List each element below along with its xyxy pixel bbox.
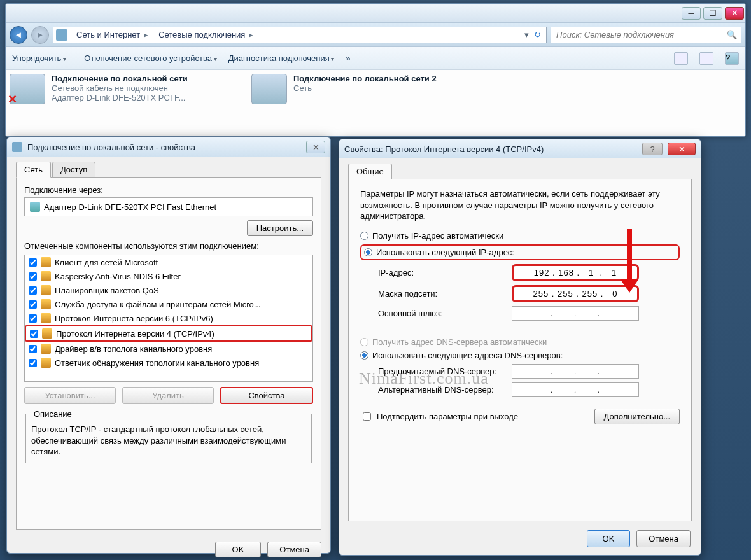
component-label: Драйвер в/в тополога канального уровня	[55, 344, 309, 354]
close-button[interactable]: ✕	[725, 7, 744, 20]
toolbar-diagnostics[interactable]: Диагностика подключения	[228, 53, 335, 63]
dialog-titlebar: Подключение по локальной сети - свойства…	[7, 137, 330, 157]
dialog-titlebar: Свойства: Протокол Интернета версии 4 (T…	[339, 139, 701, 158]
nav-back-button[interactable]: ◄	[10, 26, 27, 44]
subnet-mask-label: Маска подсети:	[378, 289, 512, 298]
cancel-button[interactable]: Отмена	[636, 530, 691, 547]
connection-item[interactable]: Подключение по локальной сети 2 Сеть	[251, 74, 481, 104]
component-checkbox[interactable]	[29, 272, 37, 281]
ok-button[interactable]: OK	[587, 530, 631, 547]
radio-obtain-dns-auto: Получить адрес DNS-сервера автоматически	[360, 337, 680, 347]
gateway-input[interactable]	[512, 306, 639, 321]
tab-network[interactable]: Сеть	[16, 162, 51, 178]
dialog-close-button[interactable]: ✕	[306, 141, 325, 153]
configure-button[interactable]: Настроить...	[247, 220, 313, 236]
advanced-button[interactable]: Дополнительно...	[594, 409, 680, 424]
connect-using-label: Подключение через:	[24, 185, 313, 195]
network-adapter-icon	[10, 74, 45, 104]
annotation-arrow-icon	[620, 229, 639, 299]
connection-title: Подключение по локальной сети 2	[293, 74, 437, 83]
toolbar-organize[interactable]: Упорядочить	[12, 53, 66, 63]
breadcrumb-item[interactable]: Сеть и Интернет	[73, 30, 152, 39]
component-row[interactable]: Протокол Интернета версии 4 (TCP/IPv4)	[25, 325, 312, 342]
remove-button[interactable]: Удалить	[122, 387, 214, 404]
nav-forward-button[interactable]: ►	[31, 26, 49, 44]
toolbar-disable[interactable]: Отключение сетевого устройства	[84, 53, 217, 63]
network-icon	[12, 142, 22, 152]
component-icon	[42, 328, 52, 339]
radio-icon	[360, 351, 368, 360]
ip-address-label: IP-адрес:	[378, 268, 512, 277]
tab-access[interactable]: Доступ	[52, 162, 95, 178]
component-row[interactable]: Kaspersky Anti-Virus NDIS 6 Filter	[25, 269, 312, 283]
pref-dns-input[interactable]	[512, 364, 639, 379]
components-label: Отмеченные компоненты используются этим …	[24, 241, 313, 251]
component-label: Клиент для сетей Microsoft	[55, 258, 309, 267]
connection-adapter: Адаптер D-Link DFE-520TX PCI F...	[52, 93, 188, 102]
search-icon[interactable]: 🔍	[727, 30, 737, 39]
component-checkbox[interactable]	[29, 286, 37, 295]
component-label: Kaspersky Anti-Virus NDIS 6 Filter	[55, 272, 309, 281]
adapter-name: Адаптер D-Link DFE-520TX PCI Fast Ethern…	[44, 202, 216, 212]
search-input[interactable]	[555, 29, 727, 40]
explorer-titlebar: ─ ☐ ✕	[6, 4, 745, 23]
dialog-close-button[interactable]: ✕	[668, 143, 696, 155]
component-checkbox[interactable]	[29, 300, 37, 309]
explorer-content: Подключение по локальной сети Сетевой ка…	[6, 70, 745, 108]
description-group: Описание Протокол TCP/IP - стандартный п…	[25, 409, 312, 463]
component-icon	[41, 257, 51, 267]
radio-use-static-dns[interactable]: Использовать следующие адреса DNS-сервер…	[360, 351, 680, 360]
component-row[interactable]: Драйвер в/в тополога канального уровня	[25, 342, 312, 356]
view-icons-button[interactable]	[674, 52, 688, 65]
validate-on-exit-checkbox[interactable]	[363, 412, 371, 421]
radio-icon	[360, 338, 368, 346]
intro-text: Параметры IP могут назначаться автоматич…	[360, 188, 680, 222]
components-list[interactable]: Клиент для сетей MicrosoftKaspersky Anti…	[24, 255, 313, 382]
alt-dns-input[interactable]	[512, 382, 639, 397]
connection-item[interactable]: Подключение по локальной сети Сетевой ка…	[10, 74, 239, 104]
dropdown-icon[interactable]: ▾	[524, 30, 529, 39]
radio-label: Получить IP-адрес автоматически	[372, 231, 503, 241]
ok-button[interactable]: OK	[215, 542, 262, 557]
explorer-toolbar: Упорядочить Отключение сетевого устройст…	[6, 47, 745, 70]
component-icon	[41, 358, 51, 368]
component-icon	[41, 344, 51, 354]
cancel-button[interactable]: Отмена	[267, 542, 321, 557]
view-details-button[interactable]	[699, 52, 713, 65]
refresh-icon[interactable]: ↻	[534, 30, 541, 39]
address-bar[interactable]: Сеть и Интернет Сетевые подключения ▾ ↻	[53, 27, 547, 43]
explorer-navrow: ◄ ► Сеть и Интернет Сетевые подключения …	[6, 23, 745, 47]
search-box[interactable]: 🔍	[551, 27, 741, 43]
component-label: Служба доступа к файлам и принтерам сете…	[55, 300, 309, 309]
component-row[interactable]: Ответчик обнаружения топологии канальног…	[25, 356, 312, 370]
breadcrumb-item[interactable]: Сетевые подключения	[155, 30, 257, 39]
tab-general[interactable]: Общие	[348, 164, 392, 179]
install-button[interactable]: Установить...	[24, 387, 116, 404]
component-row[interactable]: Протокол Интернета версии 6 (TCP/IPv6)	[25, 311, 312, 325]
radio-label: Использовать следующие адреса DNS-сервер…	[372, 351, 563, 360]
component-checkbox[interactable]	[29, 345, 37, 353]
description-legend: Описание	[31, 409, 74, 419]
connection-status: Сетевой кабель не подключен	[52, 83, 188, 93]
dialog-title: Подключение по локальной сети - свойства	[27, 143, 195, 152]
component-checkbox[interactable]	[30, 330, 38, 338]
component-checkbox[interactable]	[29, 258, 37, 267]
explorer-window: ─ ☐ ✕ ◄ ► Сеть и Интернет Сетевые подклю…	[5, 3, 746, 137]
network-icon	[56, 29, 67, 41]
component-label: Планировщик пакетов QoS	[55, 286, 309, 295]
minimize-button[interactable]: ─	[682, 7, 701, 20]
component-checkbox[interactable]	[29, 314, 37, 323]
radio-label: Использовать следующий IP-адрес:	[376, 248, 514, 257]
maximize-button[interactable]: ☐	[703, 7, 722, 20]
component-label: Протокол Интернета версии 4 (TCP/IPv4)	[56, 329, 307, 339]
adapter-box: Адаптер D-Link DFE-520TX PCI Fast Ethern…	[24, 197, 313, 216]
component-row[interactable]: Клиент для сетей Microsoft	[25, 255, 312, 269]
component-row[interactable]: Планировщик пакетов QoS	[25, 283, 312, 297]
properties-button[interactable]: Свойства	[220, 387, 313, 404]
adapter-icon	[30, 202, 40, 212]
help-button[interactable]: ?	[725, 52, 739, 65]
component-row[interactable]: Служба доступа к файлам и принтерам сете…	[25, 297, 312, 311]
toolbar-more[interactable]: »	[346, 53, 350, 63]
dialog-help-button[interactable]: ?	[642, 143, 663, 155]
component-checkbox[interactable]	[29, 359, 37, 367]
